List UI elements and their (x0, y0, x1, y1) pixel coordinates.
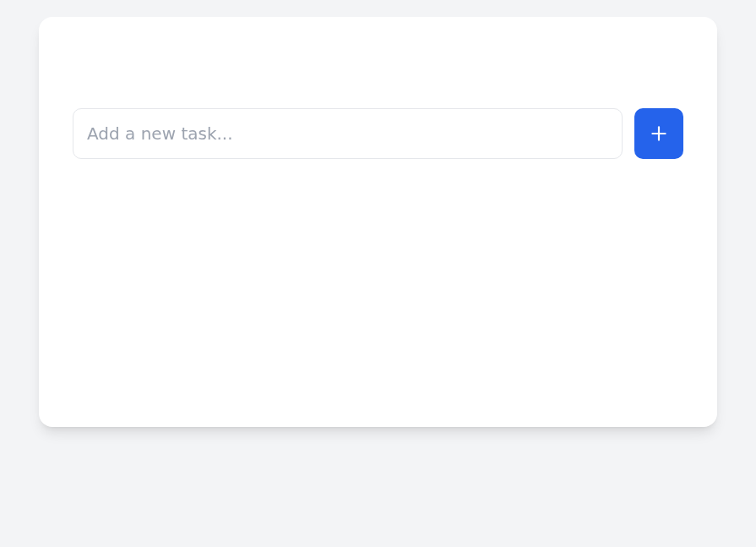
input-row (73, 108, 683, 159)
add-task-button[interactable] (634, 108, 683, 159)
task-card (39, 17, 717, 427)
task-input[interactable] (73, 108, 623, 159)
plus-icon (648, 123, 670, 145)
